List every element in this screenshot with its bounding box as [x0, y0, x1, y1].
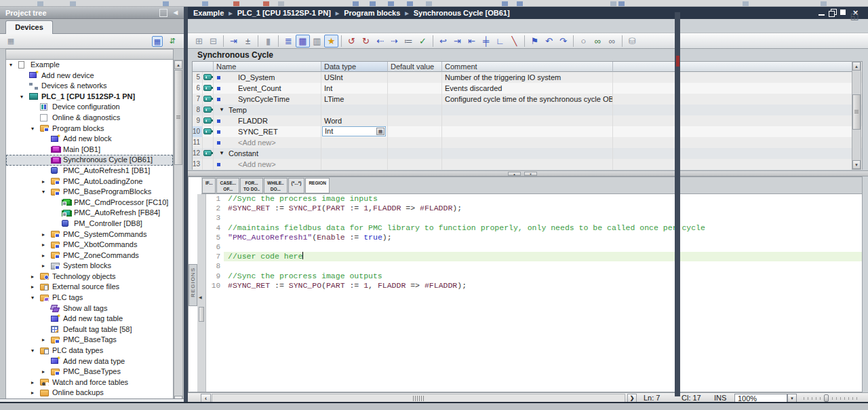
- table-row-add-new[interactable]: 13<Add new>: [193, 159, 862, 170]
- tree-item-device-configuration[interactable]: Device configuration: [6, 102, 173, 113]
- sort-refresh-icon[interactable]: ⇵: [167, 36, 178, 47]
- tree-scrollbar[interactable]: ▲ ▼: [174, 60, 183, 405]
- hscrollbar-grip[interactable]: [413, 396, 424, 401]
- cell-default-value[interactable]: [388, 105, 442, 115]
- tree-item-add-new-block[interactable]: Add new block: [6, 134, 173, 145]
- tree-item-technology-objects[interactable]: ▸Technology objects: [6, 272, 173, 282]
- insert-region-icon[interactable]: ⚑: [528, 35, 542, 48]
- row-number[interactable]: 7: [193, 94, 203, 105]
- tree-item-plc-data-types[interactable]: ▾PLC data types: [6, 346, 173, 356]
- cell-data-type[interactable]: [321, 137, 388, 148]
- restore-button[interactable]: [828, 8, 837, 17]
- cell-filler[interactable]: [613, 94, 855, 105]
- cell-default-value[interactable]: [388, 159, 442, 170]
- tree-item-main-ob1[interactable]: Main [OB1]: [6, 145, 173, 155]
- table-code-splitter[interactable]: ▲ ▼: [188, 170, 868, 176]
- outdent-icon[interactable]: ⇤: [465, 35, 479, 48]
- expand-arrow-icon[interactable]: ▸: [31, 377, 38, 388]
- expand-arrow-icon[interactable]: ▸: [42, 250, 49, 261]
- tree-item-pmc-baseprogramblocks[interactable]: ▾PMC_BaseProgramBlocks: [6, 187, 173, 198]
- unmark-line-icon[interactable]: ╲: [507, 35, 521, 48]
- regions-splitter[interactable]: ◀: [197, 194, 206, 392]
- row-icon-cell[interactable]: [203, 94, 214, 105]
- tree-item-pmc-basetypes[interactable]: ▸PMC_BaseTypes: [6, 367, 173, 377]
- column-view-icon[interactable]: ▦: [152, 36, 163, 47]
- section-collapse-icon[interactable]: ▼: [219, 105, 224, 115]
- cell-name[interactable]: SYNC_RET: [214, 126, 321, 137]
- zoom-slider-thumb[interactable]: [824, 394, 829, 402]
- row-number[interactable]: 6: [193, 83, 203, 94]
- tree-item-pm-controller-db8[interactable]: PM_Controller [DB8]: [6, 219, 173, 229]
- cell-comment[interactable]: [442, 159, 613, 170]
- cell-default-value[interactable]: [388, 94, 442, 105]
- cell-filler[interactable]: [613, 83, 855, 94]
- insert-network-icon[interactable]: ⊞: [192, 35, 206, 48]
- cell-default-value[interactable]: [388, 72, 442, 83]
- cell-data-type[interactable]: [321, 159, 388, 170]
- row-number[interactable]: 12: [193, 148, 203, 159]
- row-number[interactable]: 11: [193, 137, 203, 148]
- tree-item-add-new-device[interactable]: Add new device: [6, 71, 173, 81]
- tree-item-show-all-tags[interactable]: Show all tags: [6, 303, 173, 314]
- cell-name[interactable]: ▼Constant: [214, 148, 321, 159]
- split-editor-icon[interactable]: ◱: [850, 11, 859, 21]
- insert-row-icon[interactable]: ⇥: [226, 35, 241, 48]
- row-icon-cell[interactable]: [203, 137, 214, 148]
- row-icon-cell[interactable]: [203, 105, 214, 115]
- column-header-data-type[interactable]: Data type: [321, 62, 388, 72]
- breadcrumb-item-example[interactable]: Example: [193, 9, 224, 17]
- collapse-arrow-icon[interactable]: ▾: [31, 124, 38, 134]
- minimize-button[interactable]: [817, 8, 826, 17]
- expand-arrow-icon[interactable]: ▸: [42, 367, 49, 377]
- cell-name[interactable]: IO_System: [214, 72, 321, 83]
- row-icon-cell[interactable]: [203, 159, 214, 170]
- tree-item-pmc-cmdprocessor-fc10[interactable]: PMC_CmdProcessor [FC10]: [6, 198, 173, 208]
- data-type-edit-field[interactable]: Int▦: [322, 126, 386, 136]
- expand-arrow-icon[interactable]: ▸: [42, 261, 49, 272]
- tree-item-plc-tags[interactable]: ▾PLC tags: [6, 293, 173, 303]
- tab-devices[interactable]: Devices: [5, 20, 53, 34]
- tree-item-add-new-data-type[interactable]: Add new data type: [6, 356, 173, 367]
- cell-name[interactable]: <Add new>: [214, 137, 321, 148]
- tree-scroll-up-icon[interactable]: ▲: [174, 60, 182, 69]
- maximize-button[interactable]: [839, 8, 848, 17]
- tree-item-plc-1-cpu-1512sp-1-pn[interactable]: ▾PLC_1 [CPU 1512SP-1 PN]: [6, 92, 173, 102]
- tree-item-pmc-basetags[interactable]: ▸PMC_BaseTags: [6, 335, 173, 346]
- outline-view-icon[interactable]: ≣: [281, 35, 296, 48]
- snippet-tab-if[interactable]: IF...: [202, 178, 216, 193]
- next-error-icon[interactable]: ⇢: [387, 35, 401, 48]
- find-replace-icon[interactable]: ○: [576, 35, 591, 48]
- favorites-icon[interactable]: ★: [324, 35, 338, 48]
- snippet-tab-case-of[interactable]: CASE...OF...: [216, 178, 239, 193]
- row-icon-cell[interactable]: [203, 148, 214, 159]
- expand-arrow-icon[interactable]: ▸: [31, 282, 38, 293]
- cell-filler[interactable]: [613, 72, 855, 83]
- tree-scrollbar-thumb[interactable]: [174, 70, 182, 165]
- cell-name[interactable]: Event_Count: [214, 83, 321, 94]
- absolute-relative-icon[interactable]: ≔: [401, 35, 416, 48]
- cell-comment[interactable]: [442, 115, 613, 126]
- splitter-collapse-up-icon[interactable]: ▲: [508, 172, 521, 176]
- tree-item-system-blocks[interactable]: ▸System blocks: [6, 261, 173, 272]
- tree-filter-icon[interactable]: ▦: [5, 36, 16, 47]
- tree-item-add-new-tag-table[interactable]: Add new tag table: [6, 314, 173, 324]
- table-scroll-down-icon[interactable]: ▼: [852, 160, 861, 169]
- table-scrollbar-thumb[interactable]: [852, 94, 861, 130]
- monitor-on-icon[interactable]: ∞: [591, 35, 605, 48]
- expand-arrow-icon[interactable]: ▸: [31, 388, 38, 398]
- expand-arrow-icon[interactable]: ▸: [42, 335, 49, 346]
- redo-icon[interactable]: ↷: [556, 35, 570, 48]
- cell-filler[interactable]: [613, 137, 855, 148]
- tree-item-pmc-xbotcommands[interactable]: ▸PMC_XbotCommands: [6, 240, 173, 250]
- cell-name[interactable]: SyncCycleTime: [214, 94, 321, 105]
- expand-arrow-icon[interactable]: ▸: [42, 240, 49, 250]
- table-row-sync-ret[interactable]: 10SYNC_RETInt▦: [193, 126, 862, 137]
- goto-previous-icon[interactable]: ↩: [436, 35, 450, 48]
- operand-visibility-icon[interactable]: ▥: [310, 35, 324, 48]
- cell-comment[interactable]: Events discarded: [442, 83, 613, 94]
- breadcrumb-item-synchronous-cycle-ob61[interactable]: Synchronous Cycle [OB61]: [414, 9, 510, 17]
- format-code-icon[interactable]: ╪: [479, 35, 493, 48]
- cell-filler[interactable]: [613, 159, 855, 170]
- tree-item-example[interactable]: ▾Example: [6, 60, 173, 71]
- previous-error-icon[interactable]: ⇠: [373, 35, 387, 48]
